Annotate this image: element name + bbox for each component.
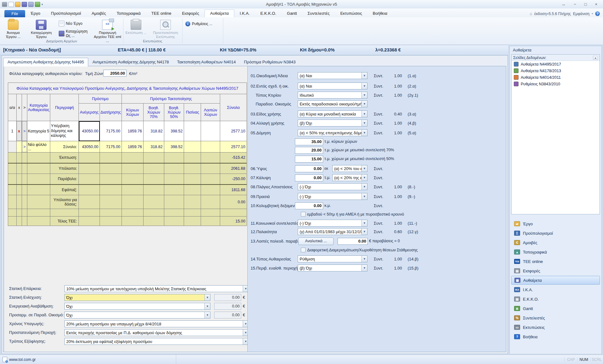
sidebar-nav-item-4[interactable]: TEETEE online — [511, 257, 600, 266]
save-project-button[interactable]: Καταχώρηση Έργου — [26, 19, 56, 40]
sidebar-nav-item-11[interactable]: ▭Εκτυπώσεις — [511, 323, 600, 332]
data-page-item[interactable]: Ρυθμίσεις Ν3843/2010 — [512, 81, 600, 87]
amount-input[interactable]: 0.00 — [214, 303, 241, 310]
save-as-icon[interactable] — [28, 2, 34, 7]
zone-price-input[interactable] — [103, 70, 127, 77]
field-dropdown[interactable]: (α) < 20% του επι▼ — [332, 165, 367, 172]
open-row-button[interactable]: > — [22, 141, 27, 153]
field-dropdown[interactable]: (-) Όχι▼ — [298, 183, 367, 190]
tab-2[interactable]: Τακτοποίηση Αυθαιρέτων Ν4014 — [173, 58, 240, 66]
value-cell[interactable]: 43050.00 — [79, 121, 100, 141]
field-dropdown[interactable]: (α) Ναι▼ — [298, 72, 367, 79]
save-icon[interactable] — [22, 2, 27, 7]
value-cell[interactable] — [201, 121, 220, 141]
open-row-button[interactable]: > — [22, 121, 27, 141]
qat-dropdown-icon[interactable]: ▾ — [41, 3, 43, 6]
value-cell[interactable]: 398.52 — [164, 121, 184, 141]
category-cell[interactable]: Κατηγορία 5 — [27, 121, 50, 141]
settings-button[interactable]: i Ρυθμίσεις ... — [182, 21, 212, 26]
amount-input[interactable]: 0.00 — [214, 294, 241, 301]
value-cell[interactable] — [184, 121, 201, 141]
data-page-item[interactable]: Αυθαίρετα Ν4495/2017 — [512, 61, 600, 67]
description-cell[interactable]: Υπέρβαση δόμησης και κάλυψης — [50, 121, 79, 141]
chevron-down-icon[interactable]: ▼ — [361, 256, 367, 262]
chevron-down-icon[interactable]: ▼ — [361, 130, 367, 136]
field-dropdown[interactable]: (α) Κύρια και μοναδική κατοικία▼ — [298, 110, 367, 117]
new-project-button[interactable]: Νέο Έργο — [59, 21, 90, 26]
chevron-down-icon[interactable]: ▼ — [361, 174, 367, 181]
chevron-down-icon[interactable]: ▼ — [204, 312, 210, 318]
chevron-down-icon[interactable]: ▼ — [361, 101, 367, 107]
chevron-down-icon[interactable]: ▼ — [361, 193, 367, 200]
field-dropdown[interactable]: (α) < 20% της επι▼ — [332, 174, 367, 181]
chevron-down-icon[interactable]: ▼ — [204, 303, 210, 309]
sidebar-nav-item-2[interactable]: €Αμοιβές — [511, 238, 600, 247]
field-dropdown[interactable]: Όχι▼ — [64, 312, 210, 318]
chevron-down-icon[interactable]: ▼ — [361, 184, 367, 190]
field-dropdown[interactable]: Όχι▼ — [64, 294, 210, 301]
sidebar-nav-item-6[interactable]: ▦Αυθαίρετα — [511, 276, 600, 285]
chevron-down-icon[interactable]: ▼ — [204, 294, 210, 301]
chevron-down-icon[interactable]: ▼ — [361, 265, 367, 271]
help-icon[interactable]: ? — [595, 11, 600, 16]
tab-0[interactable]: Αντιμετώπιση Αυθαίρετης Δόμησης Ν4495 — [3, 58, 88, 67]
file-menu-button[interactable]: File — [4, 10, 25, 17]
chevron-down-icon[interactable]: ▼ — [361, 83, 367, 89]
menu-item-7[interactable]: Ι.Κ.Α. — [234, 10, 255, 17]
minimize-icon[interactable]: − — [574, 2, 576, 7]
checkbox[interactable] — [301, 212, 306, 217]
maximize-icon[interactable]: □ — [584, 2, 587, 7]
data-page-item[interactable]: Αυθαίρετα Ν4014/2011 — [512, 74, 600, 81]
menu-item-4[interactable]: TEE online — [146, 10, 177, 17]
field-dropdown[interactable]: (β) Όχι▼ — [298, 265, 367, 271]
chevron-down-icon[interactable]: ▼ — [361, 120, 367, 126]
value-cell[interactable]: 318.82 — [143, 121, 164, 141]
field-dropdown[interactable]: (γ) Από 01/01/1983 μέχρι 31/12/199▼ — [298, 228, 367, 235]
sidebar-nav-item-9[interactable]: ≣Gantt — [511, 304, 600, 313]
field-dropdown[interactable]: (α) Ναι▼ — [298, 83, 367, 89]
open-project-button[interactable]: Άνοιγμα Έργου ... — [0, 19, 26, 40]
arrange-icon[interactable]: ↔ — [562, 2, 566, 7]
menu-item-5[interactable]: Εισφορές — [177, 10, 204, 17]
new-sheet-button[interactable]: Νέο φύλλο ... — [27, 141, 50, 153]
save-as-button[interactable]: Καταχώρηση Ως ... — [59, 29, 90, 38]
tab-1[interactable]: Αντιμετώπιση Αυθαίρετης Δόμησης Ν4178 — [88, 58, 173, 66]
field-dropdown[interactable]: (α) < 50% της επιτρεπόμενης δόμησ▼ — [298, 129, 367, 136]
menu-item-9[interactable]: Gantt — [282, 10, 302, 17]
delete-row-button[interactable]: x — [16, 121, 22, 141]
chevron-down-icon[interactable]: ▼ — [361, 92, 367, 98]
website-link[interactable]: www.tol.com.gr — [9, 357, 36, 362]
field-dropdown[interactable]: Όχι▼ — [64, 303, 210, 310]
view-dropdown-icon[interactable]: ▾ — [592, 12, 593, 15]
numeric-input[interactable]: 0.00 — [338, 238, 368, 245]
field-dropdown[interactable]: (-) Όχι▼ — [298, 220, 367, 227]
numeric-input[interactable]: 20.00 — [295, 147, 323, 154]
sidebar-nav-item-3[interactable]: ▲Τοπογραφικά — [511, 248, 600, 256]
menu-item-1[interactable]: Προϋπολογισμοί — [46, 10, 86, 17]
sidebar-nav-item-10[interactable]: %Συντελεστές — [511, 313, 600, 322]
data-page-item[interactable]: Αυθαίρετα Ν4178/2013 — [512, 67, 600, 74]
sidebar-nav-item-12[interactable]: ?Βοήθεια — [511, 332, 600, 341]
menu-item-10[interactable]: Συντελεστές — [302, 10, 335, 17]
field-dropdown[interactable]: 20% μείωση προστίμου για υπαγωγή μέχρι 8… — [64, 320, 249, 327]
field-dropdown[interactable]: Εκτός παραδοσιακού οικισμού/τμήμα▼ — [298, 100, 367, 107]
value-cell[interactable]: 1859.76 — [122, 121, 144, 141]
chevron-down-icon[interactable]: ▼ — [361, 220, 367, 226]
value-cell[interactable]: 7175.00 — [100, 121, 122, 141]
numeric-input[interactable]: 15.00 — [295, 156, 323, 163]
menu-item-3[interactable]: Τοπογραφικά — [111, 10, 146, 17]
menu-item-12[interactable]: Βοήθεια — [367, 10, 393, 17]
sidebar-nav-item-8[interactable]: ▤Ε.Κ.Κ.Ο. — [511, 295, 600, 303]
numeric-input[interactable]: 0.00 — [295, 174, 323, 181]
field-dropdown[interactable]: 20% έκπτωση για εφάπαξ εξόφληση προστίμο… — [64, 338, 249, 345]
open-folder-icon[interactable] — [15, 2, 20, 7]
menu-item-11[interactable]: Εκτυπώσεις — [335, 10, 367, 17]
chevron-down-icon[interactable]: ▼ — [361, 72, 367, 79]
field-dropdown[interactable]: Ιδιωτικό▼ — [298, 92, 367, 99]
checkbox[interactable] — [301, 248, 306, 252]
sidebar-nav-item-1[interactable]: ΣΠροϋπολογισμοί — [511, 229, 600, 238]
numeric-input[interactable]: 35.00 — [295, 138, 323, 145]
numeric-input[interactable]: 0.00 — [295, 165, 323, 172]
sidebar-nav-item-0[interactable]: ▰Έργο — [511, 219, 600, 228]
menu-item-0[interactable]: Έργο — [25, 10, 46, 17]
